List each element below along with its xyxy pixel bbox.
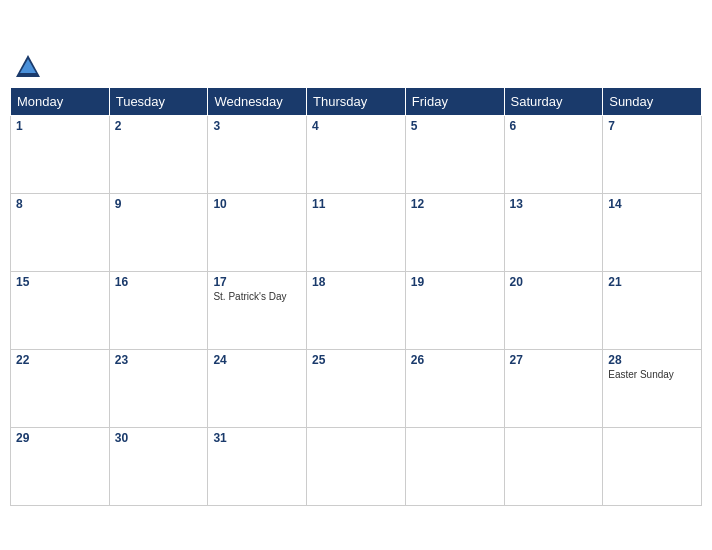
calendar-cell: 31 <box>208 427 307 505</box>
day-number: 14 <box>608 197 696 211</box>
calendar-week-row: 22232425262728Easter Sunday <box>11 349 702 427</box>
calendar-cell: 6 <box>504 115 603 193</box>
calendar-cell: 21 <box>603 271 702 349</box>
calendar-cell: 13 <box>504 193 603 271</box>
header-saturday: Saturday <box>504 87 603 115</box>
header-monday: Monday <box>11 87 110 115</box>
header-friday: Friday <box>405 87 504 115</box>
day-number: 25 <box>312 353 400 367</box>
calendar-cell: 19 <box>405 271 504 349</box>
calendar-cell: 8 <box>11 193 110 271</box>
calendar-week-row: 1234567 <box>11 115 702 193</box>
calendar-cell <box>307 427 406 505</box>
day-number: 20 <box>510 275 598 289</box>
calendar-wrapper: Monday Tuesday Wednesday Thursday Friday… <box>0 35 712 516</box>
day-number: 3 <box>213 119 301 133</box>
day-number: 6 <box>510 119 598 133</box>
day-number: 16 <box>115 275 203 289</box>
day-number: 26 <box>411 353 499 367</box>
calendar-cell: 2 <box>109 115 208 193</box>
weekday-header-row: Monday Tuesday Wednesday Thursday Friday… <box>11 87 702 115</box>
calendar-cell: 26 <box>405 349 504 427</box>
calendar-cell <box>504 427 603 505</box>
calendar-week-row: 891011121314 <box>11 193 702 271</box>
header-sunday: Sunday <box>603 87 702 115</box>
calendar-cell: 15 <box>11 271 110 349</box>
calendar-header <box>10 45 702 87</box>
day-number: 4 <box>312 119 400 133</box>
calendar-cell: 24 <box>208 349 307 427</box>
day-number: 21 <box>608 275 696 289</box>
day-number: 27 <box>510 353 598 367</box>
day-number: 22 <box>16 353 104 367</box>
day-number: 11 <box>312 197 400 211</box>
day-number: 28 <box>608 353 696 367</box>
calendar-cell: 30 <box>109 427 208 505</box>
day-number: 19 <box>411 275 499 289</box>
calendar-week-row: 151617St. Patrick's Day18192021 <box>11 271 702 349</box>
calendar-week-row: 293031 <box>11 427 702 505</box>
calendar-cell: 20 <box>504 271 603 349</box>
calendar-cell: 10 <box>208 193 307 271</box>
calendar-cell: 16 <box>109 271 208 349</box>
day-number: 13 <box>510 197 598 211</box>
calendar-cell: 22 <box>11 349 110 427</box>
calendar-cell: 25 <box>307 349 406 427</box>
header-tuesday: Tuesday <box>109 87 208 115</box>
event-label: St. Patrick's Day <box>213 291 301 302</box>
calendar-cell: 17St. Patrick's Day <box>208 271 307 349</box>
calendar-cell: 11 <box>307 193 406 271</box>
day-number: 17 <box>213 275 301 289</box>
calendar-cell: 28Easter Sunday <box>603 349 702 427</box>
day-number: 30 <box>115 431 203 445</box>
logo-area <box>14 53 46 81</box>
day-number: 23 <box>115 353 203 367</box>
calendar-cell: 29 <box>11 427 110 505</box>
calendar-cell: 12 <box>405 193 504 271</box>
calendar-cell: 1 <box>11 115 110 193</box>
day-number: 10 <box>213 197 301 211</box>
calendar-cell: 5 <box>405 115 504 193</box>
day-number: 1 <box>16 119 104 133</box>
generalblue-logo-icon <box>14 53 42 81</box>
calendar-cell: 7 <box>603 115 702 193</box>
day-number: 7 <box>608 119 696 133</box>
day-number: 8 <box>16 197 104 211</box>
header-wednesday: Wednesday <box>208 87 307 115</box>
calendar-cell <box>603 427 702 505</box>
day-number: 2 <box>115 119 203 133</box>
header-thursday: Thursday <box>307 87 406 115</box>
day-number: 12 <box>411 197 499 211</box>
day-number: 9 <box>115 197 203 211</box>
calendar-cell: 4 <box>307 115 406 193</box>
day-number: 31 <box>213 431 301 445</box>
day-number: 5 <box>411 119 499 133</box>
day-number: 29 <box>16 431 104 445</box>
day-number: 24 <box>213 353 301 367</box>
calendar-grid: Monday Tuesday Wednesday Thursday Friday… <box>10 87 702 506</box>
calendar-cell: 9 <box>109 193 208 271</box>
calendar-cell: 18 <box>307 271 406 349</box>
day-number: 18 <box>312 275 400 289</box>
day-number: 15 <box>16 275 104 289</box>
calendar-cell: 14 <box>603 193 702 271</box>
calendar-cell: 23 <box>109 349 208 427</box>
calendar-cell: 3 <box>208 115 307 193</box>
calendar-cell: 27 <box>504 349 603 427</box>
event-label: Easter Sunday <box>608 369 696 380</box>
calendar-cell <box>405 427 504 505</box>
